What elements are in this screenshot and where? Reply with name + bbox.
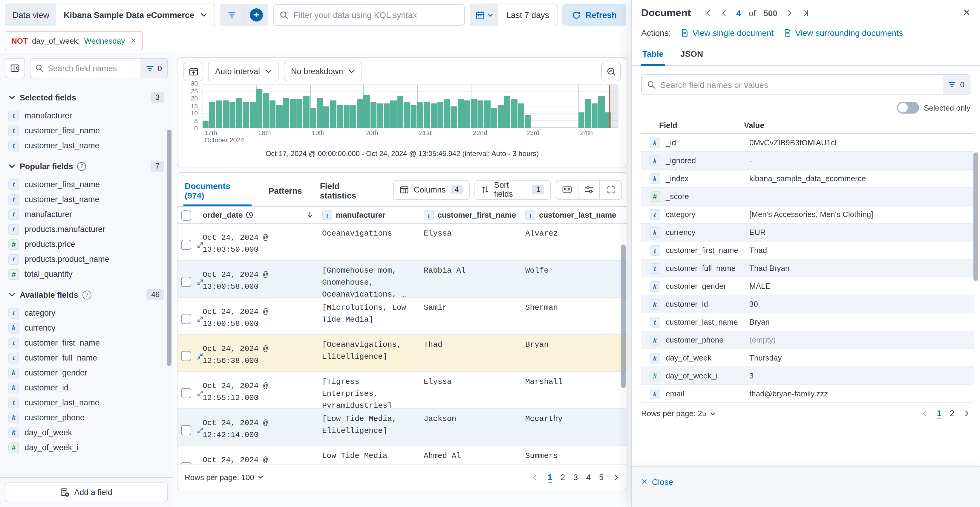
- breakdown-select[interactable]: No breakdown: [284, 62, 362, 81]
- rows-per-page-button[interactable]: Rows per page: 100: [185, 473, 264, 481]
- first-document-button[interactable]: [704, 9, 712, 18]
- tab-patterns[interactable]: Patterns: [267, 180, 303, 201]
- remove-filter-icon[interactable]: ✕: [130, 37, 136, 45]
- next-page-button[interactable]: [612, 473, 620, 481]
- row-checkbox[interactable]: [181, 239, 191, 250]
- page-number-2[interactable]: 2: [560, 473, 565, 481]
- kql-search-input[interactable]: Filter your data using KQL syntax: [273, 4, 465, 26]
- table-row[interactable]: Oct 24, 2024 @ 12:55:12.000[Tigress Ente…: [178, 372, 627, 409]
- row-checkbox[interactable]: [181, 314, 191, 324]
- field-item[interactable]: #products.price: [8, 237, 164, 252]
- columns-button[interactable]: Columns 4: [393, 180, 469, 199]
- field-item[interactable]: tmanufacturer: [8, 108, 164, 123]
- row-checkbox[interactable]: [181, 388, 191, 398]
- page-number-5[interactable]: 5: [599, 473, 603, 481]
- field-item[interactable]: tcustomer_first_name: [8, 335, 164, 350]
- sort-fields-button[interactable]: Sort fields 1: [474, 180, 551, 199]
- page-number-1[interactable]: 1: [548, 473, 552, 481]
- documents-scrollbar[interactable]: [621, 244, 626, 388]
- filter-pill[interactable]: NOT day_of_week: Wednesday ✕: [5, 31, 143, 50]
- field-item[interactable]: kcustomer_id: [8, 380, 164, 395]
- field-item[interactable]: tcustomer_first_name: [8, 177, 164, 192]
- data-view-picker[interactable]: Data view Kibana Sample Data eCommerce: [5, 3, 215, 26]
- tab-field-statistics[interactable]: Field statistics: [319, 176, 378, 206]
- flyout-tab-json[interactable]: JSON: [679, 44, 704, 65]
- next-page-button[interactable]: [963, 410, 970, 417]
- sidebar-search-input[interactable]: Search field names 0: [30, 58, 168, 78]
- histogram-chart[interactable]: 051015202530 17thOctober 202418th19th20t…: [183, 83, 621, 141]
- add-field-button[interactable]: Add a field: [5, 483, 168, 502]
- sidebar-scrollbar[interactable]: [167, 130, 172, 366]
- sidebar-filter-button[interactable]: 0: [140, 59, 167, 78]
- field-value-row[interactable]: tcustomer_first_nameThad: [641, 242, 974, 260]
- field-item[interactable]: tcustomer_full_name: [8, 350, 164, 365]
- field-value-row[interactable]: kcustomer_phone(empty): [641, 331, 974, 349]
- field-value-row[interactable]: kcurrencyEUR: [641, 223, 974, 242]
- close-flyout-icon[interactable]: ✕: [963, 7, 970, 18]
- flyout-rows-per-page-button[interactable]: Rows per page: 25: [641, 409, 716, 418]
- data-view-button[interactable]: Kibana Sample Data eCommerce: [56, 4, 215, 26]
- refresh-button[interactable]: Refresh: [562, 3, 626, 26]
- field-section-header[interactable]: Available fields?46: [8, 289, 164, 300]
- previous-document-button[interactable]: [720, 9, 729, 18]
- row-checkbox[interactable]: [181, 276, 191, 287]
- field-item[interactable]: kcurrency: [8, 320, 164, 335]
- page-number-1[interactable]: 1: [937, 409, 942, 418]
- field-value-row[interactable]: #day_of_week_i3: [641, 367, 974, 385]
- page-number-3[interactable]: 3: [573, 473, 578, 481]
- table-row[interactable]: Oct 24, 2024 @ 13:00:58.000[Gnomehouse m…: [178, 261, 627, 298]
- field-item[interactable]: tcustomer_first_name: [8, 123, 164, 138]
- hide-chart-button[interactable]: [183, 62, 203, 81]
- field-item[interactable]: kday_of_week: [8, 425, 164, 440]
- filter-menu-button[interactable]: [220, 3, 244, 26]
- view-single-document-link[interactable]: View single document: [681, 28, 774, 38]
- time-range-button[interactable]: Last 7 days: [499, 4, 557, 26]
- field-section-header[interactable]: Selected fields3: [8, 92, 164, 103]
- display-options-button[interactable]: [578, 180, 600, 199]
- table-row[interactable]: Oct 24, 2024 @ 13:00:58.000[Microlutions…: [178, 298, 627, 335]
- field-value-row[interactable]: #_score-: [641, 188, 974, 206]
- field-value-row[interactable]: tcustomer_last_nameBryan: [641, 313, 974, 331]
- field-item[interactable]: kcustomer_phone: [8, 410, 164, 425]
- field-item[interactable]: tmanufacturer: [8, 207, 164, 222]
- row-checkbox[interactable]: [181, 351, 191, 361]
- table-row[interactable]: Oct 24, 2024 @ 12:24:58.000Low Tide Medi…: [178, 446, 627, 464]
- table-row[interactable]: Oct 24, 2024 @ 12:56:38.000[Oceanavigati…: [178, 335, 627, 372]
- collapse-sidebar-button[interactable]: [5, 58, 25, 78]
- field-value-row[interactable]: k_indexkibana_sample_data_ecommerce: [641, 170, 974, 188]
- flyout-filter-button[interactable]: 0: [943, 74, 970, 95]
- selected-only-toggle[interactable]: [897, 102, 919, 113]
- add-filter-button[interactable]: +: [244, 3, 268, 26]
- close-flyout-button[interactable]: ✕ Close: [641, 477, 673, 486]
- field-item[interactable]: tcustomer_last_name: [8, 395, 164, 410]
- edit-visualization-button[interactable]: [601, 62, 621, 81]
- view-surrounding-documents-link[interactable]: View surrounding documents: [783, 28, 903, 38]
- field-value-row[interactable]: k_id0MvCvZIB9B3fOMiAU1cl: [641, 134, 974, 152]
- tab-documents[interactable]: Documents (974): [183, 176, 252, 206]
- field-value-row[interactable]: k_ignored-: [641, 152, 974, 170]
- field-item[interactable]: kcustomer_gender: [8, 365, 164, 380]
- interval-select[interactable]: Auto interval: [208, 62, 279, 81]
- flyout-search-input[interactable]: Search field names or values 0: [641, 74, 970, 95]
- field-value-row[interactable]: tcategory[Men's Accessories, Men's Cloth…: [641, 206, 974, 223]
- field-item[interactable]: tproducts.product_name: [8, 252, 164, 267]
- field-value-row[interactable]: kcustomer_id30: [641, 295, 974, 313]
- field-item[interactable]: #total_quantity: [8, 267, 164, 282]
- field-value-row[interactable]: kemailthad@bryan-family.zzz: [641, 385, 974, 403]
- flyout-scrollbar[interactable]: [974, 153, 978, 281]
- column-header-customer-last-name[interactable]: t customer_last_name: [525, 210, 627, 220]
- table-row[interactable]: Oct 24, 2024 @ 12:42:14.000[Low Tide Med…: [178, 409, 627, 446]
- column-header-manufacturer[interactable]: t manufacturer: [322, 210, 424, 220]
- field-item[interactable]: tcategory: [8, 306, 164, 320]
- page-number-4[interactable]: 4: [586, 473, 591, 481]
- row-checkbox[interactable]: [181, 425, 191, 435]
- field-item[interactable]: tcustomer_last_name: [8, 138, 164, 153]
- keyboard-shortcuts-button[interactable]: [557, 180, 578, 199]
- field-item[interactable]: tproducts.manufacturer: [8, 222, 164, 237]
- column-header-customer-first-name[interactable]: t customer_first_name: [424, 210, 525, 220]
- field-value-row[interactable]: kcustomer_genderMALE: [641, 277, 974, 295]
- next-document-button[interactable]: [785, 9, 794, 18]
- field-value-row[interactable]: kday_of_weekThursday: [641, 349, 974, 367]
- field-item[interactable]: tcustomer_last_name: [8, 192, 164, 207]
- row-checkbox[interactable]: [181, 462, 191, 464]
